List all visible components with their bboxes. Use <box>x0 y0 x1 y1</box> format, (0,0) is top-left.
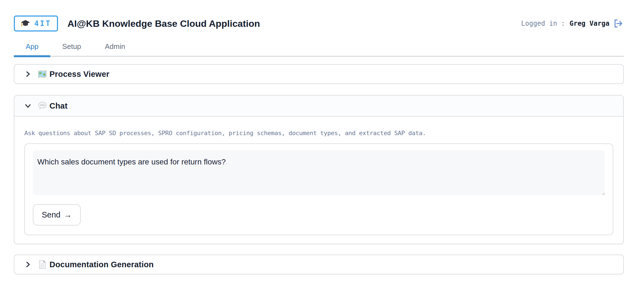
accordion-process-viewer: Process Viewer <box>14 64 624 84</box>
logout-icon <box>613 19 624 28</box>
graduation-cap-icon <box>20 19 30 28</box>
arrow-right-icon: → <box>64 210 72 219</box>
accordion-chat: Chat Ask questions about SAP SD processe… <box>14 95 624 244</box>
logout-button[interactable] <box>613 19 624 28</box>
login-status: Logged in : Greg Varga <box>521 19 624 28</box>
section-title: Process Viewer <box>49 70 109 79</box>
send-button-label: Send <box>42 210 61 219</box>
process-viewer-header[interactable]: Process Viewer <box>14 65 623 83</box>
chat-body: Ask questions about SAP SD processes, SP… <box>14 130 623 244</box>
app-header: 4IT AI@KB Knowledge Base Cloud Applicati… <box>14 0 624 32</box>
app-page: 4IT AI@KB Knowledge Base Cloud Applicati… <box>0 0 644 274</box>
chat-input[interactable]: Which sales document types are used for … <box>33 150 605 195</box>
tab-app[interactable]: App <box>14 42 50 56</box>
logo-text: 4IT <box>34 19 51 28</box>
tab-admin[interactable]: Admin <box>93 42 137 56</box>
documentation-generation-header[interactable]: Documentation Generation <box>14 255 623 274</box>
tab-bar: App Setup Admin <box>14 42 624 57</box>
app-logo: 4IT <box>14 15 58 32</box>
chat-header[interactable]: Chat <box>14 96 623 117</box>
section-title: Chat <box>49 101 67 111</box>
user-name: Greg Varga <box>570 20 610 27</box>
accordion-documentation-generation: Documentation Generation <box>14 255 624 274</box>
document-icon <box>38 260 47 269</box>
section-title: Documentation Generation <box>49 260 154 269</box>
logged-in-label: Logged in : <box>521 20 565 27</box>
world-map-icon <box>38 69 47 79</box>
chevron-right-icon <box>24 261 32 268</box>
chevron-down-icon <box>24 102 32 109</box>
tab-setup[interactable]: Setup <box>50 42 93 56</box>
page-title: AI@KB Knowledge Base Cloud Application <box>67 18 260 29</box>
speech-balloon-icon <box>38 101 47 111</box>
chevron-right-icon <box>24 70 32 78</box>
send-button[interactable]: Send → <box>33 204 81 226</box>
chat-description: Ask questions about SAP SD processes, SP… <box>24 130 613 137</box>
chat-form: Which sales document types are used for … <box>24 143 613 235</box>
